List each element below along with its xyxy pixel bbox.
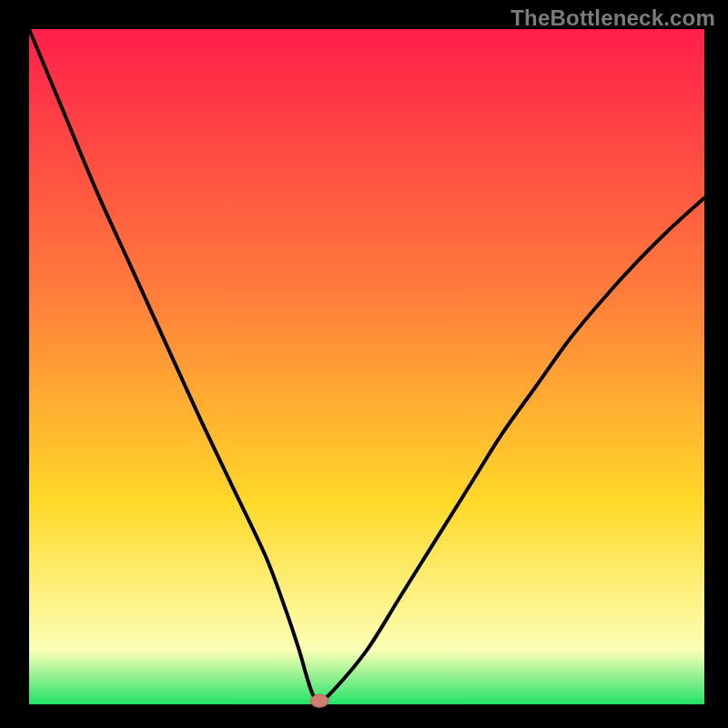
bottleneck-chart [0,0,728,728]
chart-frame: { "watermark": "TheBottleneck.com", "col… [0,0,728,728]
optimal-point-marker [310,694,329,707]
plot-background [29,29,704,704]
watermark-text: TheBottleneck.com [511,5,715,31]
